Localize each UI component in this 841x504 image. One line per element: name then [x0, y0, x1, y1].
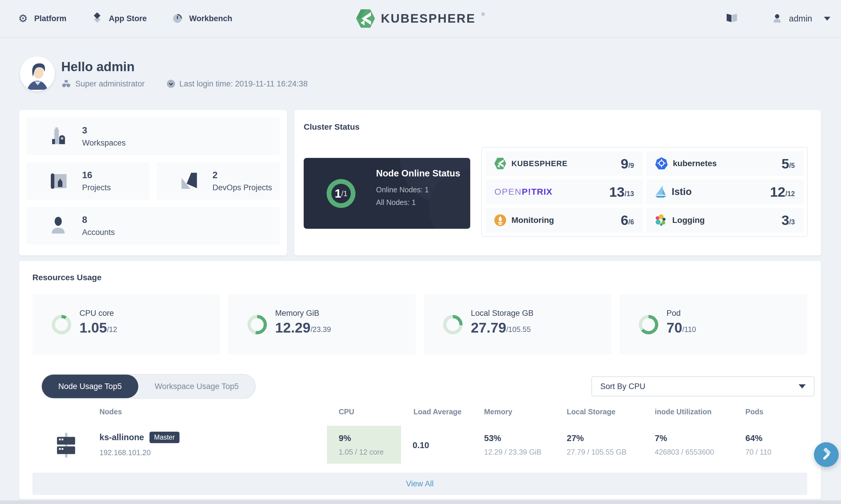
- component-kubernetes: kubernetes 5 /5: [647, 151, 804, 176]
- nav-item-workbench[interactable]: Workbench: [172, 13, 232, 24]
- workspaces-tile[interactable]: 3 Workspaces: [26, 118, 280, 155]
- storage-donut: [443, 315, 462, 334]
- node-status-donut: 1/1: [327, 179, 355, 208]
- storage-label: Local Storage GB: [471, 309, 533, 318]
- col-inode: inode Utilization: [655, 408, 712, 416]
- greeting-title: Hello admin: [61, 59, 308, 74]
- memory-used: 12.29: [275, 321, 311, 335]
- resources-usage-card: Resources Usage CPU core 1.05 /12 Memory…: [19, 261, 821, 499]
- hammer-icon: [820, 448, 833, 461]
- component-istio: Istio 12 /12: [647, 179, 804, 204]
- col-storage: Local Storage: [567, 408, 615, 416]
- component-value: 5: [782, 157, 789, 170]
- cpu-used: 1.05: [80, 321, 107, 335]
- overview-card: 3 Workspaces 16 Projects 2 DevOps Projec…: [19, 110, 287, 255]
- nav-item-platform[interactable]: ⚙ Platform: [18, 13, 67, 24]
- node-status-text: Node Online Status Online Nodes: 1 All N…: [376, 167, 465, 207]
- all-nodes-label: All Nodes: 1: [376, 198, 465, 207]
- memory-cell: 53% 12.29 / 23.39 GiB: [484, 433, 541, 456]
- node-total-count: /1: [341, 190, 348, 198]
- component-openpitrix: OPENP!TRIX 13 /13: [486, 179, 643, 204]
- storage-percent: 27%: [567, 433, 627, 443]
- cpu-percent: 9%: [339, 433, 401, 443]
- accounts-label: Accounts: [82, 228, 115, 237]
- pods-detail: 70 / 110: [746, 448, 772, 456]
- pods-percent: 64%: [746, 433, 772, 443]
- component-name: Istio: [672, 186, 692, 197]
- component-total: /9: [628, 162, 634, 170]
- storage-stat-tile: Local Storage GB 27.79 /105.55: [424, 295, 612, 355]
- hello-section: Hello admin Super administrator Last log…: [20, 56, 308, 91]
- storage-used: 27.79: [471, 321, 506, 335]
- node-name: ks-allinone: [100, 433, 144, 442]
- col-load: Load Average: [414, 408, 461, 416]
- istio-icon: [655, 185, 666, 198]
- resources-usage-title: Resources Usage: [32, 273, 102, 282]
- component-value: 3: [782, 213, 789, 227]
- workbench-gauge-icon: [172, 13, 183, 24]
- tab-workspace-usage-top5[interactable]: Workspace Usage Top5: [138, 375, 256, 398]
- projects-icon: [49, 171, 69, 192]
- openpitrix-wordmark: OPENP!TRIX: [494, 187, 552, 197]
- user-menu[interactable]: admin: [772, 14, 830, 23]
- view-all-button[interactable]: View All: [32, 472, 807, 495]
- pod-total: /110: [682, 325, 696, 334]
- devops-projects-tile[interactable]: 2 DevOps Projects: [157, 162, 280, 200]
- component-total: /3: [789, 218, 795, 226]
- node-table-row[interactable]: ks-allinone Master 192.168.101.20 9% 1.0…: [41, 426, 814, 464]
- role-label: Super administrator: [75, 79, 145, 89]
- node-online-status-card: 1/1 Node Online Status Online Nodes: 1 A…: [304, 158, 470, 229]
- logo-wordmark: KUBESPHERE: [381, 12, 475, 25]
- col-nodes: Nodes: [100, 408, 122, 416]
- pod-label: Pod: [666, 309, 696, 318]
- inode-detail: 426803 / 6553600: [655, 448, 714, 456]
- online-nodes-label: Online Nodes: 1: [376, 185, 465, 194]
- cluster-status-card: Cluster Status 1/1 Node Online Status On…: [294, 110, 821, 255]
- projects-tile[interactable]: 16 Projects: [26, 162, 150, 200]
- node-online-count: 1: [335, 187, 341, 200]
- accounts-count: 8: [82, 215, 115, 225]
- usage-tab-group: Node Usage Top5 Workspace Usage Top5: [41, 374, 256, 399]
- storage-detail: 27.79 / 105.55 GB: [567, 448, 627, 456]
- server-node-icon: [53, 432, 79, 458]
- devops-label: DevOps Projects: [212, 183, 272, 192]
- col-cpu: CPU: [339, 408, 354, 416]
- docs-book-icon[interactable]: [725, 12, 738, 25]
- nav-right: admin: [725, 0, 830, 37]
- app-store-icon: [92, 13, 102, 24]
- storage-cell: 27% 27.79 / 105.55 GB: [567, 433, 627, 456]
- component-value: 13: [609, 185, 625, 199]
- nav-platform-label: Platform: [34, 14, 67, 23]
- cpu-detail: 1.05 / 12 core: [339, 448, 401, 456]
- tab-node-usage-top5[interactable]: Node Usage Top5: [42, 375, 138, 398]
- kubesphere-logo-icon: [356, 9, 375, 28]
- chevron-down-icon: [799, 384, 806, 389]
- view-all-label: View All: [406, 479, 434, 488]
- workspaces-count: 3: [82, 125, 126, 136]
- component-total: /13: [625, 190, 634, 198]
- node-table-header: Nodes CPU Load Average Memory Local Stor…: [19, 408, 821, 418]
- logo-registered-mark: ®: [481, 12, 485, 17]
- storage-total: /105.55: [506, 325, 530, 334]
- devops-projects-icon: [179, 171, 199, 192]
- toolbox-hammer-button[interactable]: [814, 442, 839, 467]
- accounts-tile[interactable]: 8 Accounts: [26, 207, 280, 245]
- kubesphere-icon: [494, 158, 506, 169]
- component-kubesphere: KUBESPHERE 9 /9: [486, 151, 643, 176]
- component-name: Logging: [672, 216, 705, 225]
- kubesphere-logo[interactable]: KUBESPHERE ®: [356, 0, 485, 37]
- inode-cell: 7% 426803 / 6553600: [655, 433, 714, 456]
- memory-detail: 12.29 / 23.39 GiB: [484, 448, 541, 456]
- user-caret-icon: [824, 17, 830, 21]
- master-badge: Master: [150, 432, 179, 443]
- pod-donut: [639, 315, 658, 334]
- kubernetes-icon: [655, 157, 668, 170]
- sort-by-cpu-select[interactable]: Sort By CPU: [592, 376, 814, 396]
- hello-text: Hello admin Super administrator Last log…: [61, 59, 308, 89]
- nav-workbench-label: Workbench: [189, 14, 232, 23]
- nav-item-app-store[interactable]: App Store: [92, 13, 147, 24]
- component-value: 12: [770, 185, 785, 199]
- last-login-label: Last login time: 2019-11-11 16:24:38: [179, 79, 308, 89]
- accounts-icon: [49, 216, 69, 236]
- top-navbar: ⚙ Platform App Store Workbench: [0, 0, 841, 38]
